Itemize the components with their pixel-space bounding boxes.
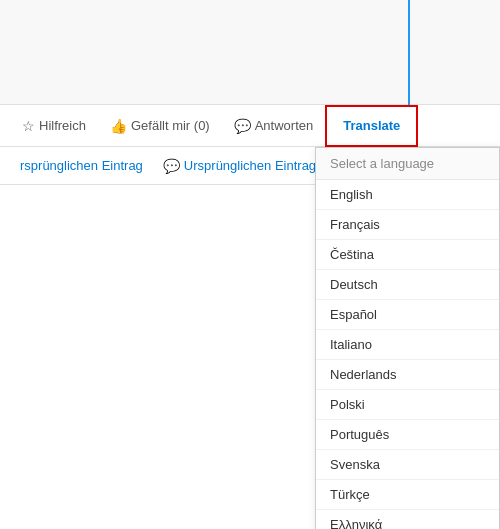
- dropdown-header: Select a language: [316, 148, 499, 180]
- language-option-4[interactable]: Español: [316, 300, 499, 330]
- language-list: EnglishFrançaisČeštinaDeutschEspañolItal…: [316, 180, 499, 529]
- language-option-5[interactable]: Italiano: [316, 330, 499, 360]
- language-option-3[interactable]: Deutsch: [316, 270, 499, 300]
- antworten-label: Antworten: [255, 118, 314, 133]
- urspruenglichen-link-2[interactable]: 💬 Ursprünglichen Eintrag: [153, 147, 326, 185]
- translate-button[interactable]: Translate: [325, 105, 418, 147]
- urspruenglichen-text-1: rsprünglichen Eintrag: [20, 158, 143, 173]
- gefaellt-label: Gefällt mir (0): [131, 118, 210, 133]
- comment-icon-2: 💬: [163, 158, 180, 174]
- top-area: [0, 0, 500, 105]
- toolbar-items: ☆ Hilfreich 👍 Gefällt mir (0) 💬 Antworte…: [10, 105, 490, 147]
- language-option-9[interactable]: Svenska: [316, 450, 499, 480]
- antworten-button[interactable]: 💬 Antworten: [222, 105, 326, 147]
- urspruenglichen-link-1[interactable]: rsprünglichen Eintrag: [10, 147, 153, 185]
- urspruenglichen-text-2: Ursprünglichen Eintrag: [184, 158, 316, 173]
- language-option-0[interactable]: English: [316, 180, 499, 210]
- hilfreich-button[interactable]: ☆ Hilfreich: [10, 105, 98, 147]
- language-option-8[interactable]: Português: [316, 420, 499, 450]
- star-icon: ☆: [22, 118, 35, 134]
- language-dropdown: Select a language EnglishFrançaisČeština…: [315, 147, 500, 529]
- language-option-11[interactable]: Ελληνικά: [316, 510, 499, 529]
- language-option-7[interactable]: Polski: [316, 390, 499, 420]
- gefaellt-button[interactable]: 👍 Gefällt mir (0): [98, 105, 222, 147]
- translate-label: Translate: [343, 118, 400, 133]
- language-option-10[interactable]: Türkçe: [316, 480, 499, 510]
- toolbar: ☆ Hilfreich 👍 Gefällt mir (0) 💬 Antworte…: [0, 105, 500, 147]
- language-option-6[interactable]: Nederlands: [316, 360, 499, 390]
- comment-icon: 💬: [234, 118, 251, 134]
- language-option-2[interactable]: Čeština: [316, 240, 499, 270]
- hilfreich-label: Hilfreich: [39, 118, 86, 133]
- like-icon: 👍: [110, 118, 127, 134]
- language-option-1[interactable]: Français: [316, 210, 499, 240]
- blue-vertical-line: [408, 0, 410, 105]
